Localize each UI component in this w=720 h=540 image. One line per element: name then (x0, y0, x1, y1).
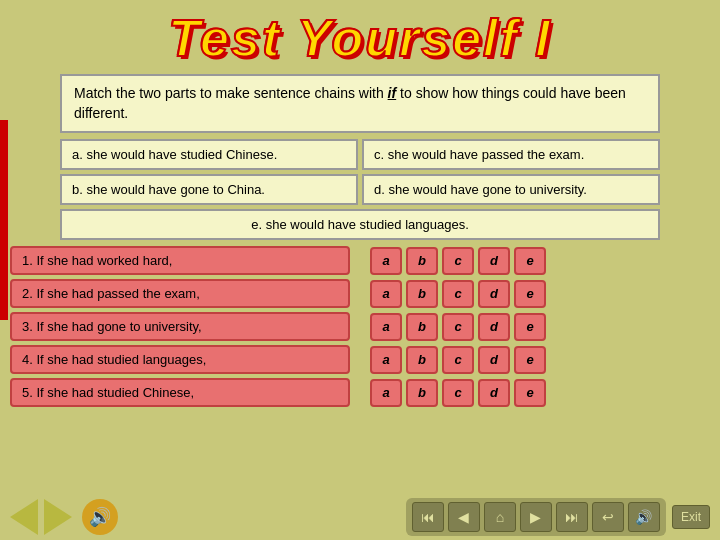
questions-section: 1. If she had worked hard, a b c d e 2. … (10, 246, 710, 407)
bottom-navigation-bar: 🔊 ⏮ ◀ ⌂ ▶ ⏭ ↩ 🔊 Exit (0, 494, 720, 540)
instruction-box: Match the two parts to make sentence cha… (60, 74, 660, 133)
q5-ans-b[interactable]: b (406, 379, 438, 407)
q2-ans-b[interactable]: b (406, 280, 438, 308)
next-chevron-icon[interactable] (44, 499, 72, 535)
question-5-text: 5. If she had studied Chinese, (10, 378, 350, 407)
q2-ans-a[interactable]: a (370, 280, 402, 308)
q1-ans-e[interactable]: e (514, 247, 546, 275)
q5-ans-e[interactable]: e (514, 379, 546, 407)
nav-first-button[interactable]: ⏮ (412, 502, 444, 532)
red-accent-bar (0, 120, 8, 320)
option-b: b. she would have gone to China. (60, 174, 358, 205)
nav-controls: ⏮ ◀ ⌂ ▶ ⏭ ↩ 🔊 (406, 498, 666, 536)
q1-ans-a[interactable]: a (370, 247, 402, 275)
option-c: c. she would have passed the exam. (362, 139, 660, 170)
q4-ans-e[interactable]: e (514, 346, 546, 374)
answer-buttons-1: a b c d e (370, 247, 546, 275)
q3-ans-e[interactable]: e (514, 313, 546, 341)
question-1-text: 1. If she had worked hard, (10, 246, 350, 275)
nav-next-button[interactable]: ▶ (520, 502, 552, 532)
q2-ans-c[interactable]: c (442, 280, 474, 308)
nav-last-button[interactable]: ⏭ (556, 502, 588, 532)
nav-home-button[interactable]: ⌂ (484, 502, 516, 532)
answer-buttons-4: a b c d e (370, 346, 546, 374)
q4-ans-c[interactable]: c (442, 346, 474, 374)
q2-ans-e[interactable]: e (514, 280, 546, 308)
answer-buttons-5: a b c d e (370, 379, 546, 407)
q5-ans-c[interactable]: c (442, 379, 474, 407)
nav-sound-button[interactable]: 🔊 (628, 502, 660, 532)
q3-ans-d[interactable]: d (478, 313, 510, 341)
page-title: Test Yourself I (0, 0, 720, 68)
speaker-button[interactable]: 🔊 (82, 499, 118, 535)
answer-buttons-3: a b c d e (370, 313, 546, 341)
question-row-5: 5. If she had studied Chinese, a b c d e (10, 378, 710, 407)
question-row-2: 2. If she had passed the exam, a b c d e (10, 279, 710, 308)
nav-prev-button[interactable]: ◀ (448, 502, 480, 532)
q3-ans-a[interactable]: a (370, 313, 402, 341)
q2-ans-d[interactable]: d (478, 280, 510, 308)
option-d: d. she would have gone to university. (362, 174, 660, 205)
q1-ans-b[interactable]: b (406, 247, 438, 275)
exit-button[interactable]: Exit (672, 505, 710, 529)
q3-ans-c[interactable]: c (442, 313, 474, 341)
question-row-3: 3. If she had gone to university, a b c … (10, 312, 710, 341)
question-4-text: 4. If she had studied languages, (10, 345, 350, 374)
q5-ans-d[interactable]: d (478, 379, 510, 407)
q1-ans-c[interactable]: c (442, 247, 474, 275)
question-3-text: 3. If she had gone to university, (10, 312, 350, 341)
answer-buttons-2: a b c d e (370, 280, 546, 308)
question-row-1: 1. If she had worked hard, a b c d e (10, 246, 710, 275)
option-a: a. she would have studied Chinese. (60, 139, 358, 170)
question-row-4: 4. If she had studied languages, a b c d… (10, 345, 710, 374)
option-e: e. she would have studied languages. (60, 209, 660, 240)
prev-chevron-icon[interactable] (10, 499, 38, 535)
options-grid: a. she would have studied Chinese. c. sh… (60, 139, 660, 205)
question-2-text: 2. If she had passed the exam, (10, 279, 350, 308)
q3-ans-b[interactable]: b (406, 313, 438, 341)
q1-ans-d[interactable]: d (478, 247, 510, 275)
q4-ans-d[interactable]: d (478, 346, 510, 374)
nav-repeat-button[interactable]: ↩ (592, 502, 624, 532)
q4-ans-a[interactable]: a (370, 346, 402, 374)
q4-ans-b[interactable]: b (406, 346, 438, 374)
q5-ans-a[interactable]: a (370, 379, 402, 407)
